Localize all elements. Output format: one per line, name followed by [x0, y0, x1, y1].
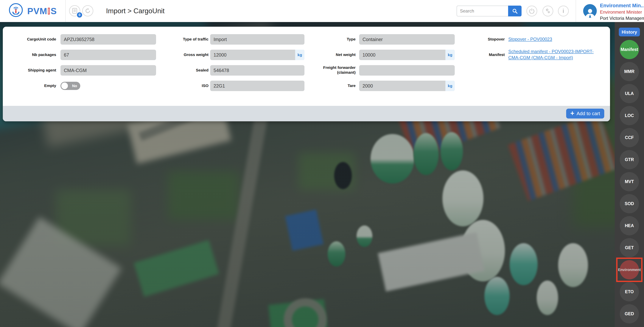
iso-input[interactable]: 22G1: [210, 81, 304, 91]
nb-packages-label: Nb packages: [4, 52, 56, 57]
stopover-label: Stopover: [468, 37, 505, 42]
gross-weight-input[interactable]: 12000 kg: [210, 50, 304, 60]
cart-count-badge: 0: [76, 12, 83, 18]
right-sidebar: History Manifest MMR ULA LOC CCF GTR MVT…: [615, 22, 644, 327]
empty-toggle[interactable]: No: [60, 82, 80, 90]
manifest-link[interactable]: Scheduled manifest - POV00023-IMPORT-CMA…: [508, 48, 602, 61]
toggle-state-label: No: [72, 82, 77, 90]
sidebar-item-ged[interactable]: GED: [620, 304, 639, 324]
settings-button[interactable]: [542, 6, 553, 16]
header-divider: [65, 0, 66, 22]
user-avatar[interactable]: [583, 4, 597, 18]
kg-unit-addon: kg: [446, 50, 455, 60]
freight-forwarder-label: Freight forwarder (claimant): [303, 65, 356, 75]
pvmis-logo-icon: [9, 3, 23, 17]
net-weight-label: Net weight: [303, 52, 356, 57]
sidebar-item-gtr[interactable]: GTR: [620, 150, 639, 169]
info-button[interactable]: i: [558, 6, 569, 16]
documents-icon: [72, 8, 77, 14]
user-info[interactable]: Environment Min... Environment Minister …: [600, 3, 644, 21]
kg-unit-addon: kg: [446, 81, 455, 91]
refresh-button[interactable]: [82, 5, 93, 16]
sidebar-item-ccf[interactable]: CCF: [620, 128, 639, 147]
sidebar-item-eto[interactable]: ETO: [620, 282, 639, 302]
shipping-agent-input[interactable]: CMA-CGM: [60, 65, 156, 76]
documents-button[interactable]: 0: [69, 5, 80, 16]
plus-icon: +: [570, 110, 574, 117]
search-bar: [456, 6, 522, 16]
sidebar-item-environment[interactable]: Environment: [620, 260, 639, 280]
gears-icon: [545, 8, 551, 14]
power-icon: [529, 8, 534, 14]
stopover-link[interactable]: Stopover - POV00023: [508, 36, 552, 42]
anchor-signal-icon: [12, 6, 20, 14]
environment-highlight-rect: Environment: [616, 258, 642, 282]
type-label: Type: [303, 37, 356, 42]
app-header: PVMIS 0 Import > CargoUnit: [0, 0, 644, 22]
sidebar-item-manifest[interactable]: Manifest: [620, 40, 639, 59]
freight-forwarder-input[interactable]: [359, 65, 455, 76]
sidebar-item-mmr[interactable]: MMR: [620, 62, 639, 81]
person-icon: [585, 8, 595, 18]
history-button[interactable]: History: [619, 28, 640, 36]
search-icon: [512, 8, 518, 14]
sidebar-item-mvt[interactable]: MVT: [620, 172, 639, 191]
type-of-traffic-input[interactable]: Import: [210, 34, 304, 44]
cargo-code-label: CargoUnit code: [4, 37, 56, 42]
brand-wordmark: PVMIS: [27, 6, 57, 16]
user-name: Environment Min...: [600, 3, 644, 8]
type-of-traffic-label: Type of traffic: [156, 37, 208, 42]
logout-button[interactable]: [526, 6, 537, 16]
shipping-agent-label: Shipping agent: [4, 68, 56, 72]
sidebar-item-loc[interactable]: LOC: [620, 106, 639, 125]
empty-label: Empty: [4, 83, 56, 88]
sealed-input[interactable]: 546478: [210, 65, 304, 76]
cargo-code-input[interactable]: APZU3652758: [60, 34, 156, 44]
breadcrumb: Import > CargoUnit: [106, 0, 165, 22]
add-to-cart-button[interactable]: + Add to cart: [566, 109, 604, 118]
sidebar-item-hea[interactable]: HEA: [620, 216, 639, 235]
sidebar-item-ula[interactable]: ULA: [620, 84, 639, 103]
kg-unit-addon: kg: [295, 50, 304, 60]
tare-input[interactable]: 2000 kg: [359, 81, 455, 91]
type-input[interactable]: Container: [359, 34, 455, 44]
sidebar-item-get[interactable]: GET: [620, 238, 639, 258]
toggle-knob: [61, 82, 68, 89]
nb-packages-input[interactable]: 67: [60, 50, 156, 60]
header-divider: [576, 0, 576, 22]
refresh-icon: [85, 8, 90, 14]
iso-label: ISO: [156, 83, 208, 88]
tare-label: Tare: [303, 83, 356, 88]
user-role: Environment Minister: [600, 10, 644, 15]
search-button[interactable]: [508, 6, 522, 16]
net-weight-input[interactable]: 10000 kg: [359, 50, 455, 60]
info-icon: i: [562, 8, 564, 14]
user-organization: Port Victoria Managem: [600, 16, 644, 21]
sidebar-item-sod[interactable]: SOD: [620, 194, 639, 213]
gross-weight-label: Gross weight: [156, 52, 208, 57]
manifest-label: Manifest: [468, 52, 505, 57]
add-to-cart-label: Add to cart: [576, 111, 600, 116]
sealed-label: Sealed: [156, 68, 208, 72]
cargo-unit-card: CargoUnit code APZU3652758 Nb packages 6…: [3, 27, 610, 121]
card-footer: + Add to cart: [3, 106, 610, 121]
search-input[interactable]: [456, 6, 508, 16]
